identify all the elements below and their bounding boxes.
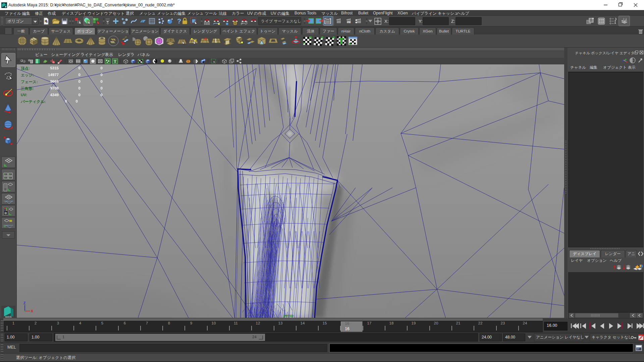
svg-text:?: ? [177, 17, 181, 25]
svg-text:MAYA: MAYA [5, 316, 12, 318]
svg-text:X: X [31, 309, 33, 313]
svg-text:PR: PR [347, 21, 351, 23]
svg-text:T: T [114, 59, 116, 64]
svg-text:Z: Z [23, 301, 25, 305]
svg-text:persp: persp [283, 313, 293, 317]
